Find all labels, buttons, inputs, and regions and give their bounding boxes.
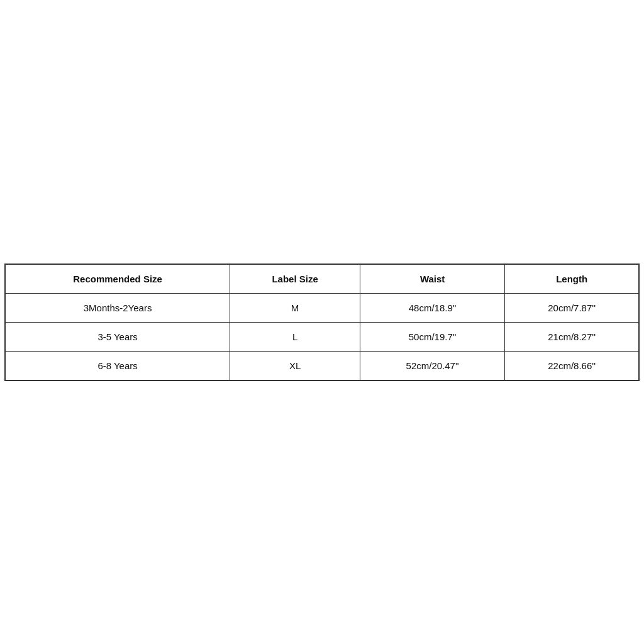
cell-label-size: M <box>230 293 360 322</box>
table-header-row: Recommended Size Label Size Waist Length <box>5 264 639 294</box>
cell-label-size: L <box>230 322 360 351</box>
cell-length: 21cm/8.27'' <box>505 322 639 351</box>
table-row: 3Months-2YearsM48cm/18.9''20cm/7.87'' <box>5 293 639 322</box>
cell-recommended-size: 6-8 Years <box>5 351 230 380</box>
col-header-recommended-size: Recommended Size <box>5 264 230 294</box>
cell-recommended-size: 3Months-2Years <box>5 293 230 322</box>
size-table-container: Recommended Size Label Size Waist Length… <box>4 264 640 381</box>
cell-length: 20cm/7.87'' <box>505 293 639 322</box>
page-wrapper: Recommended Size Label Size Waist Length… <box>0 0 644 644</box>
cell-waist: 48cm/18.9'' <box>360 293 504 322</box>
cell-waist: 50cm/19.7'' <box>360 322 504 351</box>
cell-recommended-size: 3-5 Years <box>5 322 230 351</box>
col-header-length: Length <box>505 264 639 294</box>
col-header-label-size: Label Size <box>230 264 360 294</box>
table-row: 3-5 YearsL50cm/19.7''21cm/8.27'' <box>5 322 639 351</box>
cell-waist: 52cm/20.47'' <box>360 351 504 380</box>
col-header-waist: Waist <box>360 264 504 294</box>
table-row: 6-8 YearsXL52cm/20.47''22cm/8.66'' <box>5 351 639 380</box>
cell-length: 22cm/8.66'' <box>505 351 639 380</box>
size-chart-table: Recommended Size Label Size Waist Length… <box>4 264 640 381</box>
cell-label-size: XL <box>230 351 360 380</box>
